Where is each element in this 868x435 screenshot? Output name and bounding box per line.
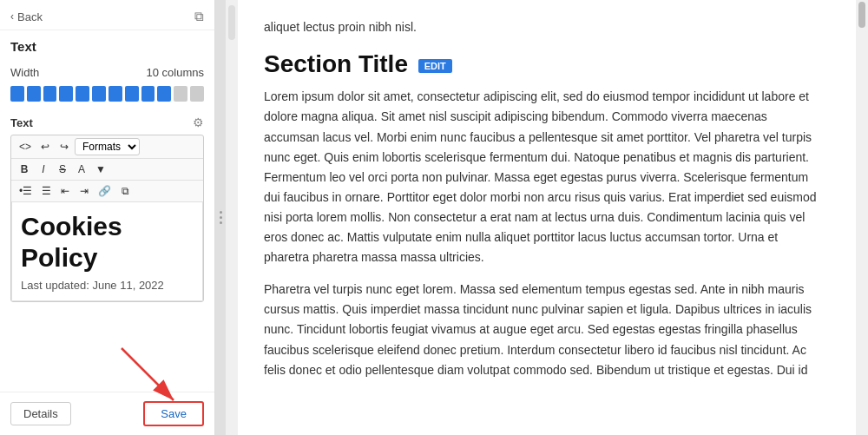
indent-increase-btn[interactable]: ⇥ [76,183,93,199]
redo-btn[interactable]: ↪ [56,139,73,155]
text-editor-label: Text [10,116,33,129]
preview-title: CookiesPolicy [21,211,194,274]
bold-btn[interactable]: B [16,161,33,177]
link-btn[interactable]: 🔗 [95,183,115,199]
external-link-icon[interactable]: ⧉ [194,9,204,24]
col-block-8[interactable] [125,86,139,102]
panel-section-title: Text [10,39,204,54]
indent-decrease-btn[interactable]: ⇤ [56,183,74,199]
resize-dot-1 [220,211,222,214]
strikethrough-btn[interactable]: S [54,161,71,177]
text-editor-magic-icon[interactable]: ⚙ [193,115,204,129]
content-area-wrapper: aliquet lectus proin nibh nisl. Section … [226,0,868,435]
toolbar-row-1: <> ↩ ↪ Formats [11,135,203,159]
italic-btn[interactable]: I [35,161,52,177]
col-block-6[interactable] [92,86,106,102]
col-block-5[interactable] [76,86,89,102]
content-preview: CookiesPolicy Last updated: June 11, 202… [11,202,203,301]
edit-badge[interactable]: EDIT [418,59,452,73]
formats-dropdown[interactable]: Formats [75,138,140,155]
col-block-11[interactable] [174,86,187,102]
col-block-4[interactable] [59,86,73,102]
col-block-7[interactable] [108,86,122,102]
width-label: Width [10,66,39,79]
rich-text-toolbar: <> ↩ ↪ Formats B I S A ▼ •☰ ☰ ⇤ ⇥ [10,135,204,302]
scroll-track[interactable] [228,5,235,40]
back-button[interactable]: ‹ Back [10,10,43,23]
panel-header: ‹ Back ⧉ [0,0,214,30]
right-scrollbar[interactable] [856,0,868,435]
font-color-btn[interactable]: A [73,161,90,177]
top-text: aliquet lectus proin nibh nisl. [264,17,821,36]
width-row: Width 10 columns [10,66,204,79]
section-title-text: Section Title [264,50,408,77]
col-block-10[interactable] [157,86,171,102]
resize-dot-2 [220,216,222,219]
panel-scroll-area: Text Width 10 columns Text ⚙ [0,30,214,392]
col-block-1[interactable] [10,86,24,102]
preview-date: Last updated: June 11, 2022 [21,279,194,292]
text-editor-header: Text ⚙ [10,115,204,129]
toolbar-row-3: •☰ ☰ ⇤ ⇥ 🔗 ⧉ [11,181,203,202]
panel-footer: Details Save [0,392,214,435]
undo-btn[interactable]: ↩ [36,139,54,155]
fullscreen-btn[interactable]: ⧉ [116,183,134,199]
font-color-more-btn[interactable]: ▼ [92,161,109,177]
col-block-12[interactable] [190,86,204,102]
col-block-2[interactable] [27,86,41,102]
back-label: Back [17,10,43,23]
col-block-3[interactable] [43,86,57,102]
left-panel: ‹ Back ⧉ Text Width 10 columns [0,0,215,435]
details-button[interactable]: Details [10,402,71,425]
left-scrollbar[interactable] [226,0,238,435]
main-section-title: Section Title EDIT [264,50,821,78]
resize-dot-3 [220,221,222,224]
paragraph-1: Lorem ipsum dolor sit amet, consectetur … [264,87,821,267]
source-code-btn[interactable]: <> [16,139,35,155]
main-content: aliquet lectus proin nibh nisl. Section … [238,0,856,435]
numbered-list-btn[interactable]: ☰ [37,183,55,199]
width-value: 10 columns [147,66,204,79]
toolbar-row-2: B I S A ▼ [11,159,203,181]
bullet-list-btn[interactable]: •☰ [16,183,36,199]
col-block-9[interactable] [141,86,155,102]
right-scroll-thumb[interactable] [858,2,865,28]
back-arrow-icon: ‹ [10,10,14,23]
column-blocks[interactable] [10,86,204,102]
resize-handle[interactable] [215,0,226,435]
paragraph-2: Pharetra vel turpis nunc eget lorem. Mas… [264,280,821,379]
save-button[interactable]: Save [143,401,204,426]
